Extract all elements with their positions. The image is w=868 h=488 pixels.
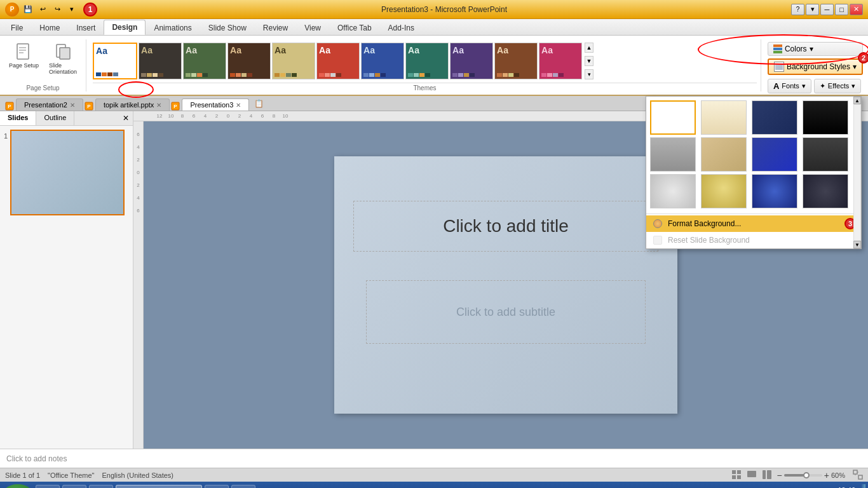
slides-tab-slides[interactable]: Slides <box>0 111 36 125</box>
theme-8[interactable]: Aa <box>450 43 493 79</box>
minimize-btn[interactable]: ─ <box>820 4 834 15</box>
bg-swatch-2[interactable] <box>701 100 747 135</box>
doc-tab-close-3[interactable]: ✕ <box>236 102 241 109</box>
taskbar-ie[interactable] <box>62 485 86 488</box>
effects-button[interactable]: ✦ Effects ▾ <box>814 79 861 93</box>
fit-window-btn[interactable] <box>853 470 863 481</box>
bg-swatch-6[interactable] <box>701 137 747 172</box>
scroll-up-btn[interactable]: ▲ <box>853 97 861 104</box>
theme-office[interactable]: Aa <box>93 43 137 79</box>
bg-swatch-9[interactable] <box>650 174 696 208</box>
notes-placeholder: Click to add notes <box>6 454 67 463</box>
undo-quick-btn[interactable]: ↩ <box>36 4 49 15</box>
bg-swatch-8[interactable] <box>803 137 848 172</box>
colors-icon <box>773 44 782 53</box>
tab-file[interactable]: File <box>3 20 31 35</box>
theme-2[interactable]: Aa <box>183 43 226 79</box>
tab-animations[interactable]: Animations <box>146 20 200 35</box>
tab-home[interactable]: Home <box>31 20 68 35</box>
page-setup-button[interactable]: Page Setup <box>5 39 43 71</box>
svg-rect-15 <box>737 475 741 479</box>
help-btn[interactable]: ? <box>791 4 804 15</box>
theme-1[interactable]: Aa <box>139 43 182 79</box>
themes-scroll-up[interactable]: ▲ <box>585 43 593 53</box>
taskbar-powerpoint[interactable]: P Microsoft PowerPoint <box>116 485 202 488</box>
slide-title-box[interactable]: Click to add title <box>353 201 658 252</box>
slides-panel-close[interactable]: ✕ <box>119 111 133 125</box>
bg-swatch-5[interactable] <box>650 137 696 172</box>
zoom-plus[interactable]: + <box>824 470 829 480</box>
theme-5[interactable]: Aa <box>316 43 360 79</box>
tab-addins[interactable]: Add-Ins <box>380 20 423 35</box>
ribbon-collapse-btn[interactable]: ▾ <box>806 4 819 15</box>
theme-3[interactable]: Aa <box>227 43 271 79</box>
bg-swatch-4[interactable] <box>803 100 848 135</box>
slides-tab-outline[interactable]: Outline <box>36 111 74 125</box>
bg-swatch-7[interactable] <box>752 137 797 172</box>
theme-7[interactable]: Aa <box>405 43 449 79</box>
page-setup-group: Page Setup SlideOrientation Page Setup <box>5 39 86 92</box>
view-normal-btn[interactable] <box>731 470 742 481</box>
tab-slideshow[interactable]: Slide Show <box>200 20 255 35</box>
taskbar-paint[interactable] <box>231 485 255 488</box>
theme-6[interactable]: Aa <box>361 43 404 79</box>
show-desktop-btn[interactable] <box>862 484 865 488</box>
theme-10[interactable]: Aa <box>539 43 582 79</box>
zoom-minus[interactable]: − <box>777 470 782 480</box>
taskbar: ⊞ P Microsoft PowerPoint Ps EN 19: <box>0 482 868 488</box>
zoom-slider[interactable]: − + 60% <box>777 470 845 480</box>
slide-thumb-row: 1 <box>4 130 129 215</box>
slide-subtitle-box[interactable]: Click to add subtitle <box>366 280 646 344</box>
bg-styles-button[interactable]: Background Styles ▾ 2 <box>768 58 863 75</box>
start-button[interactable]: ⊞ <box>3 484 33 488</box>
slide-main[interactable]: Click to add title Click to add subtitle <box>334 156 677 414</box>
slide-subtitle-text: Click to add subtitle <box>456 306 555 319</box>
orientation-button[interactable]: SlideOrientation <box>45 39 81 78</box>
slide-thumbnail-1[interactable] <box>10 130 125 215</box>
bg-swatch-11[interactable] <box>752 174 797 208</box>
doc-tab-presentation3[interactable]: Presentation3 ✕ <box>182 98 249 111</box>
taskbar-file-explorer[interactable] <box>36 485 60 488</box>
fonts-button[interactable]: A Fonts ▾ <box>768 79 811 93</box>
format-background-label: Format Background... <box>668 219 741 228</box>
window-controls: ? ▾ ─ □ ✕ <box>791 4 863 15</box>
taskbar-firefox[interactable] <box>89 485 113 488</box>
colors-button[interactable]: Colors ▾ <box>768 42 863 56</box>
theme-9[interactable]: Aa <box>494 43 538 79</box>
more-quick-btn[interactable]: ▾ <box>65 4 78 15</box>
tab-review[interactable]: Review <box>255 20 296 35</box>
fonts-label: Fonts <box>782 82 799 90</box>
zoom-thumb[interactable] <box>803 472 810 478</box>
bg-swatch-1[interactable] <box>650 100 696 135</box>
doc-tab-topik[interactable]: topik artikel.pptx ✕ <box>95 98 170 111</box>
taskbar-photoshop[interactable]: Ps <box>205 485 229 488</box>
zoom-track[interactable] <box>784 474 822 477</box>
svg-rect-18 <box>767 470 771 479</box>
redo-quick-btn[interactable]: ↪ <box>51 4 64 15</box>
format-background-item[interactable]: Format Background... 3 <box>646 215 861 232</box>
tab-insert[interactable]: Insert <box>68 20 104 35</box>
themes-scroll-more[interactable]: ▾ <box>585 69 593 79</box>
tab-officetab[interactable]: Office Tab <box>329 20 380 35</box>
doc-tab-close-1[interactable]: ✕ <box>70 102 75 109</box>
doc-tab-presentation2[interactable]: Presentation2 ✕ <box>16 98 83 111</box>
save-quick-btn[interactable]: 💾 <box>22 4 34 15</box>
app-icon: P <box>5 3 19 17</box>
view-slide-btn[interactable] <box>747 470 757 481</box>
bg-swatch-3[interactable] <box>752 100 797 135</box>
bg-swatch-10[interactable] <box>701 174 747 208</box>
scroll-down-btn[interactable]: ▼ <box>853 241 861 248</box>
reset-background-label: Reset Slide Background <box>668 236 750 245</box>
doc-tab-close-2[interactable]: ✕ <box>156 102 161 109</box>
tab-design[interactable]: Design <box>104 20 146 35</box>
theme-4[interactable]: Aa <box>272 43 315 79</box>
bg-swatch-12[interactable] <box>803 174 848 208</box>
doc-tab-more[interactable]: 📋 <box>250 97 268 111</box>
restore-btn[interactable]: □ <box>835 4 848 15</box>
close-btn[interactable]: ✕ <box>850 4 863 15</box>
themes-scroll-down[interactable]: ▼ <box>585 56 593 66</box>
view-reading-btn[interactable] <box>762 470 772 481</box>
notes-area[interactable]: Click to add notes <box>0 449 868 468</box>
tab-view[interactable]: View <box>296 20 329 35</box>
dropdown-separator <box>646 214 861 214</box>
